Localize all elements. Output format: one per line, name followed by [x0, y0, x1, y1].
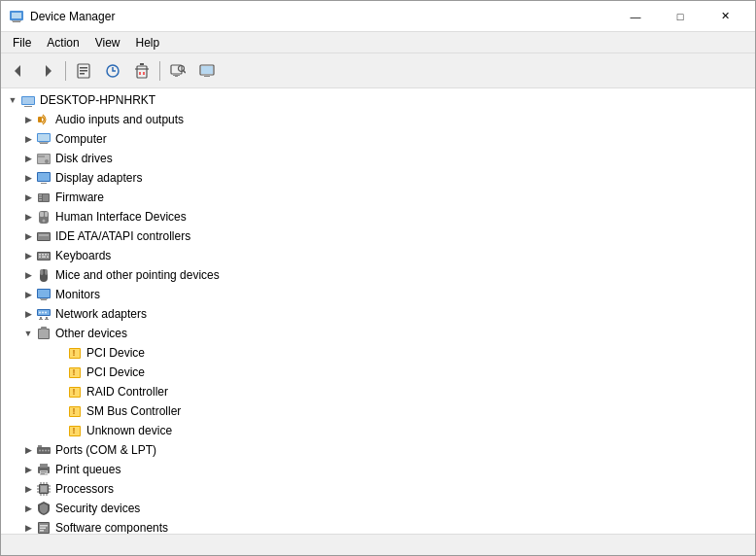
tree-item-pci2[interactable]: ! PCI Device — [1, 363, 755, 382]
tree-container[interactable]: ▼ DESKTOP-HPNHRKT ▶ — [1, 88, 755, 534]
unknown-label: Unknown device — [86, 424, 172, 437]
svg-rect-2 — [13, 21, 20, 22]
root-expand-icon[interactable]: ▼ — [5, 92, 20, 108]
update-driver-button[interactable] — [99, 57, 126, 85]
tree-item-ports[interactable]: ▶ Ports (COM & LPT) — [1, 440, 755, 460]
svg-rect-23 — [204, 76, 210, 77]
svg-rect-30 — [38, 134, 50, 141]
svg-rect-79 — [39, 330, 49, 338]
svg-rect-109 — [41, 486, 47, 492]
tree-item-processors[interactable]: ▶ — [1, 479, 755, 499]
properties-button[interactable] — [70, 57, 97, 85]
pci1-label: PCI Device — [86, 346, 145, 360]
print-label: Print queues — [55, 463, 120, 476]
forward-button[interactable] — [34, 57, 61, 85]
uninstall-button[interactable] — [128, 57, 155, 85]
ports-expand-icon[interactable]: ▶ — [20, 442, 36, 458]
scan-button[interactable] — [164, 57, 191, 85]
svg-marker-5 — [46, 65, 52, 77]
back-button[interactable] — [5, 57, 32, 85]
svg-text:!: ! — [73, 367, 76, 377]
disk-label: Disk drives — [55, 152, 113, 165]
window-icon — [9, 9, 24, 24]
svg-point-75 — [39, 312, 41, 314]
tree-item-print[interactable]: ▶ Print queues — [1, 460, 755, 479]
toolbar-sep-1 — [65, 61, 66, 81]
display-icon — [36, 170, 52, 186]
keyboard-expand-icon[interactable]: ▶ — [20, 248, 36, 263]
window-controls: — □ ✕ — [613, 1, 747, 32]
tree-item-hid[interactable]: ▶ Human Interface Devices — [1, 207, 755, 226]
tree-item-network[interactable]: ▶ Network adapters — [1, 304, 755, 324]
tree-item-monitors[interactable]: ▶ Monitors — [1, 285, 755, 304]
tree-item-keyboard[interactable]: ▶ Keyboards — [1, 246, 755, 265]
menu-view[interactable]: View — [87, 32, 128, 53]
security-expand-icon[interactable]: ▶ — [20, 501, 36, 516]
tree-item-pci1[interactable]: ! PCI Device — [1, 343, 755, 363]
content-area: ▼ DESKTOP-HPNHRKT ▶ — [1, 88, 755, 534]
minimize-button[interactable]: — — [613, 1, 658, 32]
tree-item-ide[interactable]: ▶ IDE ATA/ATAPI controllers — [1, 226, 755, 246]
audio-expand-icon[interactable]: ▶ — [20, 112, 36, 127]
svg-rect-42 — [39, 197, 42, 199]
svg-rect-47 — [45, 212, 48, 217]
print-icon — [36, 462, 52, 477]
tree-item-mice[interactable]: ▶ Mice and other pointing devices — [1, 265, 755, 285]
software-comp-icon — [36, 520, 52, 534]
svg-rect-62 — [40, 269, 44, 275]
maximize-button[interactable]: □ — [658, 1, 703, 32]
ide-expand-icon[interactable]: ▶ — [20, 228, 36, 244]
menu-file[interactable]: File — [5, 32, 39, 53]
tree-item-disk[interactable]: ▶ Disk drives — [1, 149, 755, 168]
monitor-button[interactable] — [193, 57, 221, 85]
hid-expand-icon[interactable]: ▶ — [20, 209, 36, 225]
close-button[interactable]: ✕ — [703, 1, 747, 32]
keyboard-icon — [36, 248, 52, 263]
tree-item-audio[interactable]: ▶ Audio inputs and outputs — [1, 110, 755, 129]
firmware-icon — [36, 190, 52, 205]
other-expand-icon[interactable]: ▼ — [20, 326, 36, 341]
tree-item-security[interactable]: ▶ Security devices — [1, 499, 755, 518]
svg-rect-44 — [43, 194, 49, 201]
svg-rect-80 — [41, 327, 47, 330]
smbus-icon: ! — [67, 403, 83, 419]
pci2-label: PCI Device — [86, 365, 145, 379]
svg-point-97 — [39, 450, 41, 452]
svg-point-76 — [42, 312, 44, 314]
svg-rect-38 — [38, 173, 50, 181]
software-comp-expand-icon[interactable]: ▶ — [20, 520, 36, 534]
processors-expand-icon[interactable]: ▶ — [20, 481, 36, 497]
tree-item-software-comp[interactable]: ▶ Software components — [1, 518, 755, 534]
svg-rect-68 — [40, 298, 48, 299]
mice-expand-icon[interactable]: ▶ — [20, 267, 36, 283]
print-expand-icon[interactable]: ▶ — [20, 462, 36, 477]
tree-item-other[interactable]: ▼ Other devices — [1, 324, 755, 343]
svg-rect-32 — [39, 142, 49, 143]
svg-rect-60 — [47, 257, 49, 259]
tree-root[interactable]: ▼ DESKTOP-HPNHRKT — [1, 90, 755, 110]
toolbar-sep-2 — [159, 61, 160, 81]
svg-rect-57 — [48, 254, 49, 256]
tree-item-computer[interactable]: ▶ Computer — [1, 129, 755, 149]
svg-rect-63 — [45, 269, 48, 275]
tree-item-unknown[interactable]: ! Unknown device — [1, 421, 755, 440]
tree-item-raid[interactable]: ! RAID Controller — [1, 382, 755, 401]
network-expand-icon[interactable]: ▶ — [20, 306, 36, 322]
device-manager-window: Device Manager — □ ✕ File Action View He… — [0, 0, 756, 556]
svg-text:!: ! — [73, 426, 76, 435]
disk-expand-icon[interactable]: ▶ — [20, 151, 36, 166]
display-expand-icon[interactable]: ▶ — [20, 170, 36, 186]
menu-help[interactable]: Help — [128, 32, 168, 53]
svg-rect-27 — [24, 106, 32, 107]
menu-action[interactable]: Action — [39, 32, 86, 53]
security-label: Security devices — [55, 502, 140, 515]
svg-rect-7 — [80, 67, 87, 69]
monitors-expand-icon[interactable]: ▶ — [20, 287, 36, 302]
tree-item-display[interactable]: ▶ Display adapters — [1, 168, 755, 188]
tree-item-firmware[interactable]: ▶ Firmware — [1, 188, 755, 207]
back-icon — [11, 63, 26, 79]
firmware-expand-icon[interactable]: ▶ — [20, 190, 36, 205]
computer-expand-icon[interactable]: ▶ — [20, 131, 36, 147]
svg-rect-55 — [42, 254, 44, 256]
tree-item-smbus[interactable]: ! SM Bus Controller — [1, 401, 755, 421]
